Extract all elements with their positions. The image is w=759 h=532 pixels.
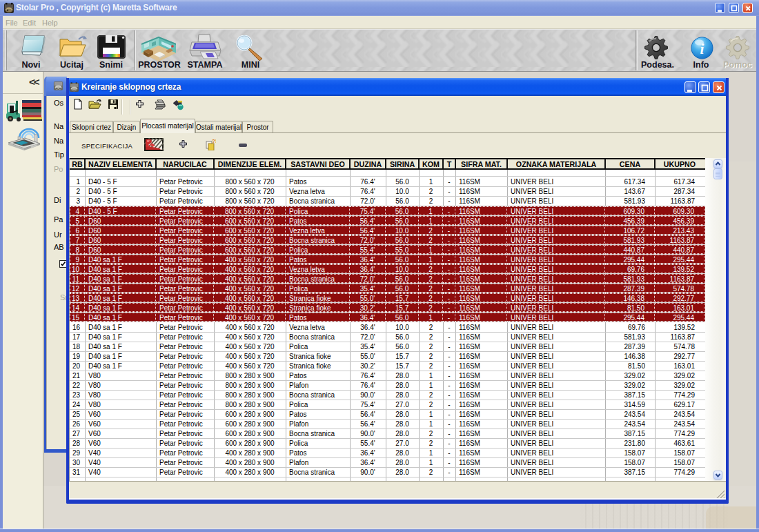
svg-text:i: i [700,41,704,57]
